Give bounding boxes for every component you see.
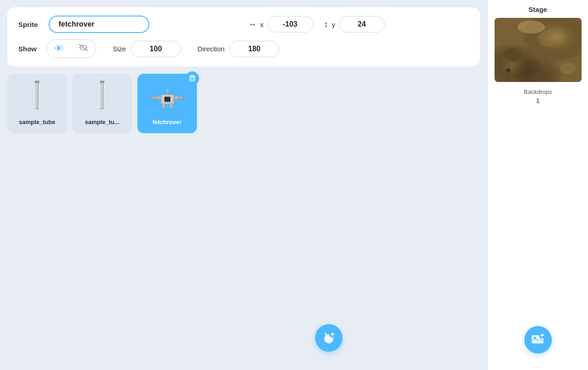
svg-point-24 xyxy=(504,48,522,61)
sprite-card-sample-tube-2[interactable]: sample_tu... xyxy=(72,74,132,133)
tube-svg-1 xyxy=(26,81,49,117)
svg-rect-22 xyxy=(495,18,582,82)
coord-section: ↔ x ↕ y xyxy=(157,16,469,33)
sprite-label-fetchrover: fetchrover xyxy=(152,119,182,125)
svg-rect-20 xyxy=(495,18,582,82)
sprite-name-input[interactable] xyxy=(49,16,149,33)
svg-rect-5 xyxy=(100,108,104,109)
sprite-name-row: Sprite ↔ x ↕ y xyxy=(18,16,469,33)
tube-svg-2 xyxy=(91,81,114,117)
show-label: Show xyxy=(18,45,41,53)
add-sprite-button[interactable] xyxy=(315,324,343,352)
show-visible-btn[interactable]: 👁 xyxy=(47,40,71,58)
svg-rect-4 xyxy=(101,83,103,108)
sprite-card-sample-tube-1[interactable]: sample_tube xyxy=(7,74,67,133)
svg-point-25 xyxy=(560,63,576,74)
svg-point-12 xyxy=(179,95,183,99)
size-input[interactable] xyxy=(131,41,181,57)
sprite-card-fetchrover[interactable]: fetchrover xyxy=(137,74,197,133)
svg-rect-6 xyxy=(190,77,195,81)
svg-rect-21 xyxy=(495,18,582,82)
show-row: Show 👁 Size D xyxy=(18,39,469,58)
sprites-area: sample_tube xyxy=(7,74,480,363)
direction-group: Direction xyxy=(197,41,279,57)
svg-point-14 xyxy=(166,89,169,92)
trash-icon xyxy=(189,75,196,82)
y-arrow-icon: ↕ xyxy=(324,20,328,29)
sprite-label: Sprite xyxy=(18,21,41,28)
svg-point-26 xyxy=(517,21,545,33)
stage-title: Stage xyxy=(528,5,547,13)
y-label: y xyxy=(332,21,336,28)
svg-rect-16 xyxy=(170,103,173,108)
sprite-label-sample-tube-1: sample_tube xyxy=(19,119,55,125)
stage-preview[interactable] xyxy=(495,18,582,82)
y-input[interactable] xyxy=(339,16,385,33)
add-sprite-icon xyxy=(321,331,336,345)
sprite-header: Sprite ↔ x ↕ y Show 👁 xyxy=(7,7,480,66)
x-label: x xyxy=(260,21,264,28)
svg-rect-8 xyxy=(164,97,170,102)
sprite-label-sample-tube-2: sample_tu... xyxy=(85,119,119,125)
delete-sprite-btn[interactable] xyxy=(185,71,199,85)
sprite-thumbnail-sample-tube-1 xyxy=(20,82,54,116)
direction-label: Direction xyxy=(197,45,224,53)
svg-rect-19 xyxy=(495,18,582,82)
size-label: Size xyxy=(113,45,126,53)
direction-input[interactable] xyxy=(229,41,279,57)
stage-backdrop-thumbnail xyxy=(495,18,582,82)
rover-svg xyxy=(150,81,185,117)
stage-panel: Stage xyxy=(487,0,588,370)
y-coord-group: ↕ y xyxy=(324,16,385,33)
x-input[interactable] xyxy=(267,16,313,33)
eye-closed-icon xyxy=(78,44,88,54)
sprite-thumbnail-sample-tube-2 xyxy=(85,82,120,116)
x-arrow-icon: ↔ xyxy=(248,20,256,29)
svg-rect-15 xyxy=(162,103,165,108)
visibility-toggle[interactable]: 👁 xyxy=(47,39,96,58)
stage-texture-svg xyxy=(495,18,582,82)
svg-point-23 xyxy=(538,30,561,47)
backdrop-count: 1 xyxy=(536,97,540,104)
svg-point-27 xyxy=(506,68,511,73)
svg-rect-13 xyxy=(166,91,168,95)
svg-point-28 xyxy=(507,69,510,72)
backdrops-label: Backdrops xyxy=(524,88,552,95)
sprite-thumbnail-fetchrover xyxy=(150,82,185,116)
show-hidden-btn[interactable] xyxy=(71,40,96,58)
svg-rect-2 xyxy=(35,108,39,109)
eye-open-icon: 👁 xyxy=(54,44,64,54)
add-backdrop-icon xyxy=(530,332,546,348)
stage-footer xyxy=(493,104,583,365)
add-backdrop-button[interactable] xyxy=(524,326,552,354)
main-content: sample_tube xyxy=(7,74,480,363)
size-group: Size xyxy=(113,41,181,57)
svg-point-11 xyxy=(151,95,155,99)
x-coord-group: ↔ x xyxy=(248,16,313,33)
svg-rect-1 xyxy=(36,83,38,108)
sprites-grid: sample_tube xyxy=(7,74,480,133)
